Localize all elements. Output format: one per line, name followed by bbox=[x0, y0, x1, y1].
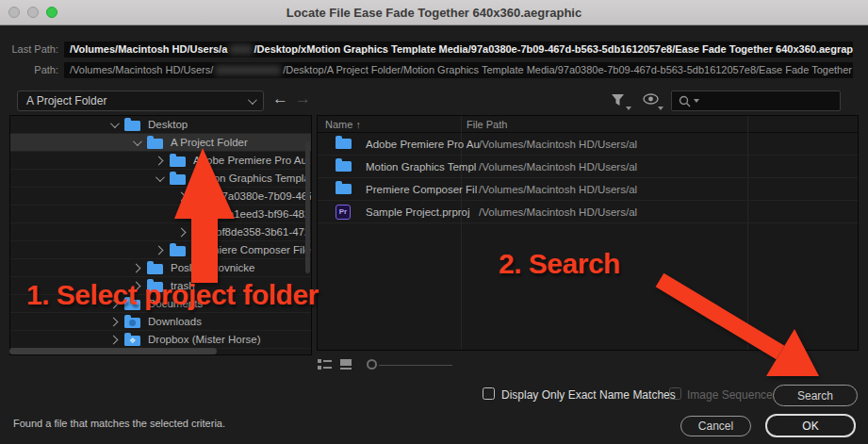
file-row[interactable]: Adobe Premiere Pro Au /Volumes/Macintosh… bbox=[318, 133, 858, 156]
sort-ascending-icon: ↑ bbox=[355, 119, 361, 130]
folder-icon bbox=[170, 246, 186, 256]
list-view-icon[interactable] bbox=[318, 358, 332, 370]
column-header-file-path[interactable]: File Path bbox=[467, 119, 507, 130]
tree-item[interactable]: Downloads bbox=[10, 313, 311, 331]
tree-item-label: Premiere Composer Files bbox=[193, 244, 311, 255]
tree-item-label: bf8de358-3b61-472 bbox=[216, 226, 310, 238]
search-icon bbox=[679, 95, 691, 107]
folder-icon bbox=[147, 264, 163, 274]
tree-item[interactable]: Documents bbox=[10, 295, 311, 313]
thumbnail-view-icon[interactable] bbox=[340, 358, 352, 370]
column-header-name[interactable]: Name ↑ bbox=[325, 119, 361, 130]
cancel-button[interactable]: Cancel bbox=[680, 416, 751, 436]
folder-icon bbox=[124, 318, 140, 328]
file-path: /Volumes/Macintosh HD/Users/al bbox=[479, 206, 637, 218]
expand-chevron-icon[interactable] bbox=[177, 209, 187, 219]
forward-arrow-icon[interactable]: → bbox=[295, 90, 311, 108]
folder-icon bbox=[124, 121, 140, 131]
minimize-window-icon[interactable] bbox=[27, 7, 39, 18]
tree-item-label: 97a0380e-7b09-467 bbox=[216, 190, 311, 202]
expand-chevron-icon[interactable] bbox=[155, 245, 164, 255]
path-row: Path: /Volumes/Macintosh HD/Users//Deskt… bbox=[0, 62, 868, 78]
status-message: Found a file that matches the selected c… bbox=[13, 418, 225, 429]
folder-icon bbox=[192, 192, 208, 203]
tree-item[interactable]: Desktop bbox=[10, 116, 311, 134]
expand-chevron-icon[interactable] bbox=[155, 156, 164, 165]
tree-item[interactable]: Adobe Premiere Pro Aut bbox=[10, 152, 311, 170]
vertical-scrollbar[interactable] bbox=[305, 141, 310, 273]
chevron-down-icon bbox=[658, 107, 663, 110]
tree-item-label: Adobe Premiere Pro Aut bbox=[193, 155, 310, 166]
tree-item[interactable]: A Project Folder bbox=[10, 134, 311, 152]
tree-item[interactable]: Motion Graphics Templa bbox=[10, 170, 311, 188]
back-arrow-icon[interactable]: ← bbox=[272, 90, 288, 108]
expand-chevron-icon[interactable] bbox=[133, 137, 142, 146]
tree-item[interactable]: trash bbox=[10, 277, 311, 295]
tree-item[interactable]: bf8de358-3b61-472 bbox=[10, 223, 311, 241]
folder-icon bbox=[147, 139, 163, 149]
folder-icon bbox=[336, 161, 352, 172]
search-input[interactable] bbox=[671, 90, 841, 111]
tree-item[interactable]: Premiere Composer Files bbox=[10, 241, 311, 259]
expand-chevron-icon[interactable] bbox=[132, 281, 141, 290]
redacted-username bbox=[215, 65, 281, 75]
file-row[interactable]: Pr Sample Project.prproj /Volumes/Macint… bbox=[318, 201, 858, 223]
premiere-file-icon: Pr bbox=[336, 205, 351, 220]
tree-item-label: Motion Graphics Templa bbox=[193, 173, 310, 184]
file-name: Adobe Premiere Pro Au bbox=[366, 139, 480, 150]
view-options-eye-icon[interactable] bbox=[643, 93, 663, 110]
file-name: Sample Project.prproj bbox=[366, 206, 470, 218]
file-name: Motion Graphics Templ bbox=[366, 161, 476, 173]
expand-chevron-icon[interactable] bbox=[177, 227, 187, 237]
search-button[interactable]: Search bbox=[773, 385, 858, 406]
expand-chevron-icon[interactable] bbox=[110, 119, 120, 128]
tree-item-label: A Project Folder bbox=[171, 137, 248, 148]
file-row[interactable]: Motion Graphics Templ /Volumes/Macintosh… bbox=[318, 156, 858, 178]
expand-chevron-icon[interactable] bbox=[132, 263, 141, 272]
tree-item-label: Poslat uctovnicke bbox=[171, 262, 255, 273]
expand-chevron-icon[interactable] bbox=[109, 299, 119, 308]
file-list-panel: Name ↑ File Path Adobe Premiere Pro Au /… bbox=[317, 115, 859, 351]
path-label: Path: bbox=[0, 62, 58, 78]
last-path-row: Last Path: /Volumes/Macintosh HD/Users/a… bbox=[0, 41, 868, 58]
folder-icon bbox=[124, 300, 140, 310]
folder-icon bbox=[192, 228, 208, 238]
image-sequence-checkbox[interactable] bbox=[669, 387, 681, 400]
file-row[interactable]: Premiere Composer Fil /Volumes/Macintosh… bbox=[318, 178, 858, 201]
tree-item[interactable]: Poslat uctovnicke bbox=[10, 259, 311, 277]
redacted-username bbox=[229, 44, 252, 55]
tree-item-label: 99a1eed3-bf96-482 bbox=[216, 208, 310, 220]
close-window-icon[interactable] bbox=[8, 7, 20, 18]
display-only-exact-matches-checkbox[interactable] bbox=[483, 387, 495, 400]
zoom-window-icon[interactable] bbox=[46, 7, 57, 18]
path-field[interactable]: /Volumes/Macintosh HD/Users//Desktop/A P… bbox=[64, 62, 853, 78]
display-only-exact-matches-label: Display Only Exact Name Matches bbox=[501, 388, 676, 402]
tree-item-label: trash bbox=[171, 280, 195, 291]
file-list-body: Adobe Premiere Pro Au /Volumes/Macintosh… bbox=[318, 133, 858, 223]
last-path-field[interactable]: /Volumes/Macintosh HD/Users/a/Desktop/xM… bbox=[64, 41, 853, 58]
folder-icon bbox=[147, 282, 163, 292]
folder-dropdown-value: A Project Folder bbox=[26, 94, 106, 107]
folder-icon bbox=[336, 139, 352, 149]
chevron-down-icon bbox=[248, 95, 257, 105]
tree-item-label: Downloads bbox=[148, 316, 202, 327]
expand-chevron-icon[interactable] bbox=[109, 335, 119, 344]
tree-item[interactable]: 99a1eed3-bf96-482 bbox=[10, 206, 311, 223]
file-list-header: Name ↑ File Path bbox=[318, 116, 858, 133]
thumbnail-size-slider-track bbox=[379, 365, 452, 366]
ok-button[interactable]: OK bbox=[765, 414, 856, 437]
filter-icon[interactable] bbox=[611, 93, 631, 110]
tree-item-label: Dropbox (Mister Horse) bbox=[148, 334, 261, 345]
folder-icon bbox=[192, 210, 208, 221]
tree-item[interactable]: 97a0380e-7b09-467 bbox=[10, 188, 311, 206]
thumbnail-size-slider-handle[interactable] bbox=[367, 359, 377, 370]
expand-chevron-icon[interactable] bbox=[156, 173, 165, 182]
folder-dropdown[interactable]: A Project Folder bbox=[17, 90, 264, 111]
expand-chevron-icon[interactable] bbox=[109, 317, 119, 326]
folder-icon bbox=[170, 156, 186, 167]
tree-item[interactable]: Dropbox (Mister Horse) bbox=[10, 331, 311, 349]
last-path-label: Last Path: bbox=[0, 41, 58, 58]
expand-chevron-icon[interactable] bbox=[177, 191, 187, 201]
horizontal-scrollbar[interactable] bbox=[9, 348, 217, 354]
folder-tree: Desktop A Project Folder Adobe Premiere … bbox=[9, 115, 312, 355]
